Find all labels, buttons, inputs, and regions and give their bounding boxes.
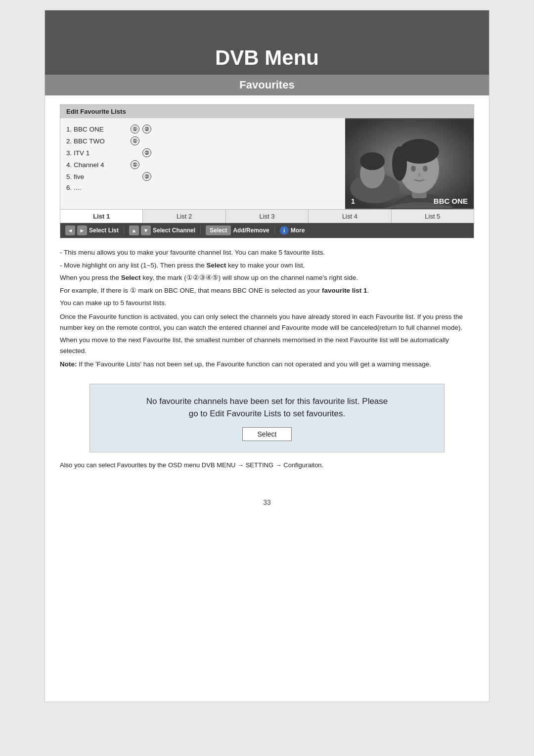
- desc-line-3: When you press the Select key, the mark …: [60, 272, 474, 283]
- edit-panel: Edit Favourite Lists 1. BBC ONE ① ② 2. B…: [60, 104, 474, 238]
- list-item: 6. ....: [66, 182, 339, 193]
- divider-3: [274, 226, 275, 235]
- controls-row: ◄ ► Select List ▲ ▼ Select Channel Selec…: [60, 223, 474, 238]
- channel-name-3: 3. ITV 1: [66, 149, 131, 157]
- right-arrow-button[interactable]: ►: [77, 225, 87, 235]
- no-favourites-box: No favourite channels have been set for …: [89, 384, 445, 452]
- page-number: 33: [45, 498, 489, 516]
- list-item: 4. Channel 4 ①: [66, 159, 339, 171]
- tab-list-4[interactable]: List 4: [309, 210, 391, 223]
- left-arrow-button[interactable]: ◄: [65, 225, 75, 235]
- desc-line-5: You can make up to 5 favourist lists.: [60, 298, 474, 309]
- add-remove-label: Add/Remove: [233, 227, 269, 234]
- channel-image: [345, 118, 474, 209]
- divider-2: [200, 226, 201, 235]
- circle-2: ②: [142, 125, 151, 133]
- channel-marks-5: ②: [131, 172, 151, 181]
- circle-1b: ①: [131, 136, 139, 145]
- list-item: 3. ITV 1 ②: [66, 147, 339, 159]
- channel-image-row: 1. BBC ONE ① ② 2. BBC TWO ① 3. ITV 1: [60, 118, 474, 209]
- tab-list-3[interactable]: List 3: [226, 210, 309, 223]
- favourites-bar: Favourites: [45, 75, 489, 95]
- list-item: 1. BBC ONE ① ②: [66, 123, 339, 135]
- select-control-button[interactable]: Select: [206, 225, 231, 235]
- channel-list-area: 1. BBC ONE ① ② 2. BBC TWO ① 3. ITV 1: [60, 118, 345, 209]
- channel-marks-2: ①: [131, 136, 139, 145]
- select-channel-group: ▲ ▼ Select Channel: [129, 225, 195, 235]
- more-label: More: [291, 227, 305, 234]
- channel-name-2: 2. BBC TWO: [66, 137, 131, 145]
- select-add-group: Select Add/Remove: [206, 225, 269, 235]
- desc-line-2: - Move highlight on any list (1~5). Then…: [60, 260, 474, 271]
- no-fav-line2: go to Edit Favourite Lists to set favour…: [189, 409, 346, 418]
- down-arrow-button[interactable]: ▼: [141, 225, 151, 235]
- list-tabs-row: List 1 List 2 List 3 List 4 List 5: [60, 209, 474, 223]
- image-panel: 1 BBC ONE: [345, 118, 474, 209]
- list-item: 2. BBC TWO ①: [66, 135, 339, 147]
- favourites-title: Favourites: [45, 79, 489, 91]
- channel-name-4: 4. Channel 4: [66, 161, 131, 169]
- divider-1: [124, 226, 124, 235]
- channel-marks-1: ① ②: [131, 125, 151, 133]
- desc-line-7: When you move to the next Favourite list…: [60, 335, 474, 356]
- desc-line-1: - This menu allows you to make your favo…: [60, 247, 474, 258]
- svg-point-7: [423, 166, 428, 172]
- edit-panel-header-label: Edit Favourite Lists: [66, 108, 126, 115]
- svg-point-8: [418, 173, 421, 177]
- circle-2c: ②: [142, 172, 151, 181]
- info-button[interactable]: i: [280, 226, 289, 235]
- channel-name-1: 1. BBC ONE: [66, 126, 131, 133]
- svg-point-5: [392, 146, 407, 181]
- content-area: Edit Favourite Lists 1. BBC ONE ① ② 2. B…: [45, 104, 489, 484]
- desc-line-6: Once the Favourite function is activated…: [60, 311, 474, 333]
- page-title: DVB Menu: [215, 46, 319, 70]
- more-group: i More: [280, 226, 305, 235]
- edit-panel-header: Edit Favourite Lists: [60, 105, 474, 118]
- select-list-label: Select List: [89, 227, 119, 234]
- image-overlay-num: 1: [351, 197, 355, 205]
- no-favourites-message: No favourite channels have been set for …: [105, 395, 429, 420]
- desc-line-8: Note: If the 'Favourite Lists' has not b…: [60, 359, 474, 370]
- channel-name-6: 6. ....: [66, 184, 131, 191]
- select-list-group: ◄ ► Select List: [65, 225, 119, 235]
- channel-marks-3: ②: [131, 148, 151, 157]
- tab-list-1[interactable]: List 1: [60, 210, 143, 223]
- no-fav-line1: No favourite channels have been set for …: [146, 397, 388, 406]
- channel-marks-4: ①: [131, 160, 139, 169]
- page: DVB Menu Favourites Edit Favourite Lists…: [44, 10, 490, 702]
- image-overlay-name: BBC ONE: [434, 197, 468, 205]
- circle-1: ①: [131, 125, 139, 133]
- tab-list-5[interactable]: List 5: [392, 210, 474, 223]
- up-arrow-button[interactable]: ▲: [129, 225, 139, 235]
- tab-list-2[interactable]: List 2: [143, 210, 225, 223]
- footer-note: Also you can select Favourites by the OS…: [60, 461, 474, 469]
- channel-name-5: 5. five: [66, 173, 131, 180]
- desc-line-4: For example, If there is ① mark on BBC O…: [60, 285, 474, 296]
- circle-1c: ①: [131, 160, 139, 169]
- header-area: DVB Menu: [45, 10, 489, 75]
- description-section: - This menu allows you to make your favo…: [60, 247, 474, 370]
- svg-point-6: [411, 166, 416, 172]
- list-item: 5. five ②: [66, 171, 339, 182]
- svg-point-11: [360, 152, 385, 170]
- select-button[interactable]: Select: [242, 427, 292, 441]
- circle-2b: ②: [142, 148, 151, 157]
- select-channel-label: Select Channel: [153, 227, 195, 234]
